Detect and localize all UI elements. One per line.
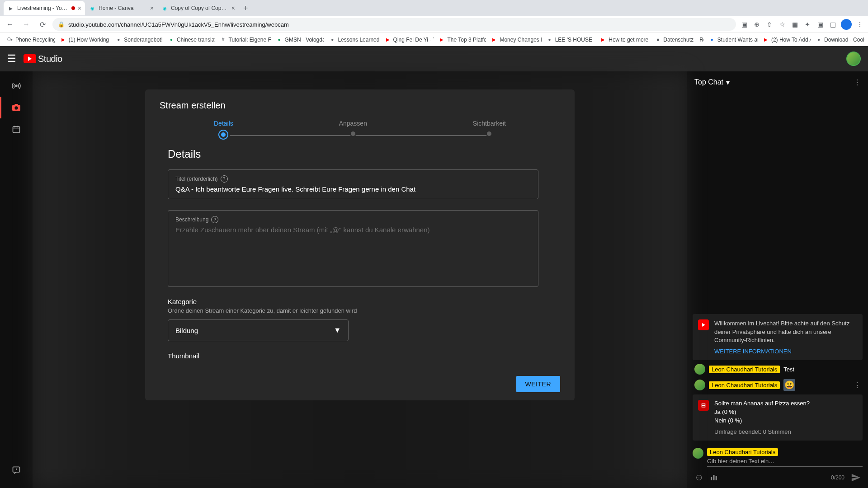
url-text: studio.youtube.com/channel/UC1a5FWVn0gUk… [68,21,289,28]
dialog-title: Stream erstellen [160,100,560,111]
ext2-icon[interactable]: ▣ [816,20,825,29]
field-label: Titel (erforderlich) ? [175,175,531,183]
poll-button-icon[interactable] [710,474,718,482]
chat-emoji: 😃 [783,379,795,391]
chat-messages: Willkommen im Livechat! Bitte achte auf … [687,93,868,444]
kebab-menu-icon[interactable]: ⋮ [855,20,864,29]
bookmark-item[interactable]: ●Lessons Learned f… [326,36,379,43]
chevron-down-icon: ▾ [726,78,730,87]
chat-self-avatar[interactable] [693,448,703,459]
back-button[interactable]: ← [4,18,16,31]
close-tab-icon[interactable]: × [231,5,235,12]
canva-favicon: ◉ [161,5,168,12]
share-icon[interactable]: ⇧ [765,20,774,29]
title-field[interactable]: Titel (erforderlich) ? [168,169,538,199]
description-textarea[interactable] [175,226,531,276]
logo-text: Studio [38,54,62,64]
broadcast-icon [11,81,21,91]
help-icon[interactable]: ? [211,216,218,223]
bookmark-item[interactable]: #Tutorial: Eigene Fa… [217,36,271,43]
close-tab-icon[interactable]: × [78,5,81,12]
bookmark-item[interactable]: ■Datenschutz – Re… [651,36,703,43]
bookmark-item[interactable]: ●Student Wants an… [706,36,758,43]
forward-button[interactable]: → [20,18,33,31]
bookmark-favicon: ▶ [491,36,498,43]
chat-author-badge[interactable]: Leon Chaudhari Tutorials [709,381,780,389]
browser-tab-active[interactable]: ▶ Livestreaming - YouTube S × [4,1,85,15]
sidebar-item-stream[interactable] [0,75,33,97]
svg-rect-6 [711,477,712,480]
close-tab-icon[interactable]: × [150,5,154,12]
chat-avatar[interactable] [694,380,705,390]
profile-avatar[interactable] [841,19,852,30]
next-button[interactable]: WEITER [516,376,560,392]
svg-rect-4 [13,127,20,132]
bookmark-item[interactable]: ●Download - Cooki… [812,36,864,43]
bookmark-favicon: ▶ [60,36,67,43]
bookmark-favicon: ● [168,36,175,43]
main-content: Stream erstellen Details Anpassen Sichtb… [33,71,868,488]
thumbnail-label: Thumbnail [168,352,552,360]
svg-rect-7 [713,475,715,480]
system-link[interactable]: WEITERE INFORMATIONEN [714,348,857,355]
camera-icon [11,103,21,112]
chat-poll-message: ⊟ Sollte man Ananas auf Pizza essen? Ja … [693,394,863,441]
poll-icon: ⊟ [698,400,709,411]
bookmark-item[interactable]: ▶How to get more v… [597,36,650,43]
step-details[interactable]: Details [214,120,233,139]
bookmark-item[interactable]: ▶Money Changes E… [488,36,541,43]
bookmark-favicon: # [220,36,227,43]
create-stream-dialog: Stream erstellen Details Anpassen Sichtb… [145,89,575,400]
new-tab-button[interactable]: + [239,4,253,13]
bookmark-favicon: ● [276,36,283,43]
step-customize[interactable]: Anpassen [339,120,367,139]
emoji-picker-icon[interactable]: ☺ [694,472,703,483]
step-visibility[interactable]: Sichtbarkeit [473,120,506,139]
zoom-icon[interactable]: ⊕ [752,20,761,29]
svg-point-0 [15,85,17,87]
system-text: Willkommen im Livechat! Bitte achte auf … [714,319,857,344]
help-icon[interactable]: ? [221,175,228,183]
message-more-icon[interactable]: ⋮ [854,381,861,389]
user-avatar[interactable] [846,52,861,66]
chat-input-area: Leon Chaudhari Tutorials ☺ 0/200 [687,444,868,488]
send-button-icon[interactable] [851,473,861,483]
bookmark-item[interactable]: ▶(1) How Working a… [57,36,111,43]
dialog-body: Details Titel (erforderlich) ? Beschreib… [145,139,575,371]
category-select[interactable]: Bildung ▼ [168,319,349,341]
bookmark-item[interactable]: ●GMSN - Vologda,… [273,36,325,43]
chat-input-field[interactable] [707,456,863,467]
bookmark-item[interactable]: ▶(2) How To Add A… [760,36,811,43]
url-field[interactable]: 🔒 studio.youtube.com/channel/UC1a5FWVn0g… [52,18,736,31]
title-input[interactable] [175,185,531,193]
tab-title: Livestreaming - YouTube S [17,5,68,11]
browser-tab[interactable]: ◉ Copy of Copy of Copy of Cop × [157,1,239,15]
camera-icon[interactable]: ▣ [740,20,749,29]
bookmark-item[interactable]: ●Chinese translati… [165,36,215,43]
extension-icon[interactable]: ▦ [790,20,799,29]
bookmark-item[interactable]: ▶Qing Fei De Yi - Y… [382,36,434,43]
hamburger-menu-icon[interactable]: ☰ [7,53,16,65]
chat-avatar[interactable] [694,364,705,375]
dialog-header: Stream erstellen Details Anpassen Sichtb… [145,89,575,139]
sidebar-item-manage[interactable] [0,118,33,140]
field-label: Beschreibung ? [175,216,531,223]
reload-button[interactable]: ⟳ [36,18,49,31]
sidebar-item-webcam[interactable] [0,97,33,118]
bookmark-item[interactable]: ▶The Top 3 Platfor… [435,36,486,43]
chat-more-icon[interactable]: ⋮ [854,78,861,87]
bookmark-item[interactable]: ●LEE 'S HOUSE—… [543,36,595,43]
youtube-studio-logo[interactable]: Studio [24,54,62,64]
puzzle-icon[interactable]: ✦ [803,20,812,29]
star-icon[interactable]: ☆ [778,20,787,29]
sidebar-item-feedback[interactable] [0,459,33,481]
bookmark-item[interactable]: ●Sonderangebot! |… [112,36,163,43]
chat-mode-dropdown[interactable]: Top Chat ▾ [694,78,730,87]
youtube-icon [24,54,36,63]
browser-tab[interactable]: ◉ Home - Canva × [85,1,157,15]
youtube-icon [698,319,709,330]
panel-icon[interactable]: ◫ [828,20,837,29]
bookmark-item[interactable]: O₂Phone Recycling,… [4,36,55,43]
description-field[interactable]: Beschreibung ? [168,210,538,287]
chat-author-badge[interactable]: Leon Chaudhari Tutorials [709,366,780,373]
